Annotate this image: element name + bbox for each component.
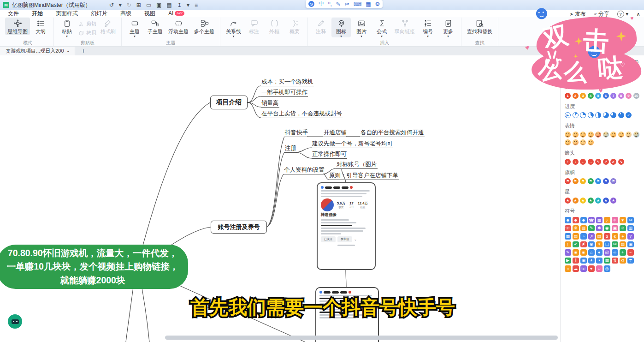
- topic-node[interactable]: 正常操作即可: [312, 151, 347, 159]
- emoji-face-icon-1[interactable]: [573, 132, 579, 138]
- symbol-icon-59[interactable]: ◎: [604, 265, 610, 272]
- emoji-face-icon-4[interactable]: [595, 132, 601, 138]
- symbol-icon-49[interactable]: ◗: [596, 258, 603, 264]
- topic-node[interactable]: 一部手机即可操作: [261, 89, 308, 97]
- symbol-icon-13[interactable]: ✱: [596, 225, 603, 232]
- symbol-icon-26[interactable]: ?: [627, 233, 634, 240]
- ribbon-button-subtopic[interactable]: 子主题: [145, 18, 165, 35]
- ribbon-button-topic[interactable]: 主题▾: [125, 18, 144, 37]
- symbol-icon-30[interactable]: ◉: [588, 241, 595, 248]
- progress-icon-2[interactable]: [580, 112, 586, 118]
- symbol-icon-4[interactable]: ▦: [596, 217, 603, 223]
- symbol-icon-53[interactable]: ☂: [627, 258, 634, 264]
- symbol-icon-36[interactable]: ✎: [565, 249, 571, 256]
- symbol-icon-41[interactable]: @: [604, 249, 610, 256]
- 星-icon-0[interactable]: ★: [565, 198, 571, 204]
- emoji-face-icon-7[interactable]: [618, 132, 624, 138]
- topic-node[interactable]: 抖音快手: [284, 129, 308, 137]
- topic-node[interactable]: 账号注册及养号: [211, 221, 267, 234]
- progress-icon-5[interactable]: [603, 112, 609, 118]
- symbol-icon-27[interactable]: !: [565, 241, 571, 248]
- print-icon[interactable]: ▤: [167, 2, 172, 8]
- menu-AI[interactable]: AIHot: [162, 10, 190, 17]
- collapse-ribbon-icon[interactable]: ≡: [195, 2, 198, 8]
- symbol-icon-56[interactable]: ☏: [580, 265, 587, 272]
- 箭头-icon-3[interactable]: →: [588, 159, 594, 165]
- ribbon-button-paste[interactable]: 粘贴▾: [57, 18, 77, 37]
- 星-icon-3[interactable]: ★: [588, 198, 594, 204]
- emoji-face-icon-9[interactable]: [633, 132, 639, 138]
- topic-node[interactable]: 成本：买一个游戏机: [261, 78, 314, 86]
- 星-icon-1[interactable]: ★: [573, 198, 579, 204]
- ime-chinese-mode[interactable]: 中: [319, 0, 324, 8]
- 旗帜-icon-6[interactable]: ⚑: [610, 178, 616, 184]
- symbol-icon-29[interactable]: ✘: [580, 241, 587, 248]
- symbol-icon-47[interactable]: ▣: [580, 258, 587, 264]
- symbol-icon-16[interactable]: ☺: [620, 225, 626, 232]
- symbol-icon-48[interactable]: ✈: [588, 258, 595, 264]
- topic-node[interactable]: 各自的平台搜索如何开通: [360, 129, 425, 137]
- ime-settings-icon[interactable]: ⚙: [375, 1, 380, 7]
- symbol-icon-46[interactable]: ‖: [573, 258, 579, 264]
- symbol-icon-12[interactable]: ✎: [588, 225, 595, 232]
- ime-scissors-icon[interactable]: ✂: [345, 1, 349, 7]
- symbol-icon-33[interactable]: ✉: [612, 241, 618, 248]
- symbol-icon-10[interactable]: ♛: [573, 225, 579, 232]
- 箭头-icon-4[interactable]: ↖: [595, 159, 601, 165]
- ime-keyboard-icon[interactable]: ⌨: [354, 1, 361, 7]
- 旗帜-icon-5[interactable]: ⚑: [603, 178, 609, 184]
- symbol-icon-11[interactable]: ▤: [580, 225, 587, 232]
- symbol-icon-21[interactable]: ↗: [588, 233, 595, 240]
- symbol-icon-15[interactable]: ▣: [612, 225, 618, 232]
- emoji-face-icon-12[interactable]: [580, 139, 586, 145]
- progress-icon-3[interactable]: [588, 112, 594, 118]
- symbol-icon-55[interactable]: ☁: [573, 265, 579, 272]
- topic-node[interactable]: 在平台上卖货，不会违规或封号: [261, 110, 343, 118]
- central-topic-node[interactable]: 70.80.90怀旧游戏机，流量大，一件代发，一单赚10几块块，发个视频挂上购物…: [0, 245, 188, 289]
- symbol-icon-57[interactable]: ♥: [588, 265, 595, 272]
- topic-node[interactable]: 原则：引导客户在店铺下单: [329, 172, 399, 180]
- symbol-icon-19[interactable]: ▤: [573, 233, 579, 240]
- ribbon-button-multitopic[interactable]: 多个主题: [192, 18, 217, 35]
- ribbon-button-picture[interactable]: 图片▾: [352, 18, 371, 37]
- symbol-icon-9[interactable]: ☏: [565, 225, 571, 232]
- 箭头-icon-0[interactable]: ↑: [565, 159, 571, 165]
- export-caret-icon[interactable]: ▾: [187, 2, 189, 8]
- symbol-icon-6[interactable]: ✈: [612, 217, 618, 223]
- topic-node[interactable]: 对标账号（图片: [336, 161, 378, 169]
- symbol-icon-39[interactable]: ⌂: [588, 249, 595, 256]
- symbol-icon-8[interactable]: ✉: [627, 217, 634, 223]
- ribbon-button-relation[interactable]: 关系线▾: [224, 18, 243, 37]
- topic-node[interactable]: 建议先做一个号，新号老号均可: [312, 140, 393, 148]
- ribbon-button-floating[interactable]: 浮动主题: [166, 18, 191, 35]
- symbol-icon-23[interactable]: $: [604, 233, 610, 240]
- emoji-face-icon-8[interactable]: [626, 132, 632, 138]
- input-method-bar[interactable]: S中º,✎✂⌨▦⚙: [306, 0, 383, 8]
- ime-logo[interactable]: S: [308, 1, 314, 7]
- symbol-icon-40[interactable]: ●: [596, 249, 603, 256]
- symbol-icon-22[interactable]: ▤: [596, 233, 603, 240]
- symbol-icon-34[interactable]: ▤: [620, 241, 626, 248]
- document-tab[interactable]: 卖游戏机项目...现日入200 ●: [0, 46, 75, 55]
- symbol-icon-3[interactable]: ☎: [588, 217, 595, 223]
- symbol-icon-38[interactable]: ■: [580, 249, 587, 256]
- ribbon-button-mindmap[interactable]: 思维导图: [5, 18, 30, 35]
- progress-icon-7[interactable]: [618, 112, 624, 118]
- symbol-icon-17[interactable]: ▥: [627, 225, 634, 232]
- menu-幻灯片[interactable]: 幻灯片: [85, 10, 113, 17]
- new-file-icon[interactable]: ⊞: [136, 2, 141, 8]
- menu-高级[interactable]: 高级: [114, 10, 137, 17]
- new-tab-button[interactable]: +: [82, 47, 85, 54]
- emoji-face-icon-0[interactable]: [565, 132, 571, 138]
- symbol-icon-14[interactable]: ◉: [604, 225, 610, 232]
- ribbon-button-iconmark[interactable]: 图标▾: [331, 18, 351, 37]
- emoji-face-icon-5[interactable]: [603, 132, 609, 138]
- 箭头-icon-1[interactable]: ↓: [573, 159, 579, 165]
- ime-pen-icon[interactable]: ✎: [336, 1, 341, 7]
- symbol-icon-51[interactable]: ⇅: [612, 258, 618, 264]
- topic-node[interactable]: 项目介绍: [210, 96, 248, 109]
- undo-caret-icon[interactable]: ▾: [119, 2, 122, 8]
- symbol-icon-7[interactable]: ♥: [620, 217, 626, 223]
- emoji-face-icon-6[interactable]: [610, 132, 616, 138]
- symbol-icon-43[interactable]: +: [620, 249, 626, 256]
